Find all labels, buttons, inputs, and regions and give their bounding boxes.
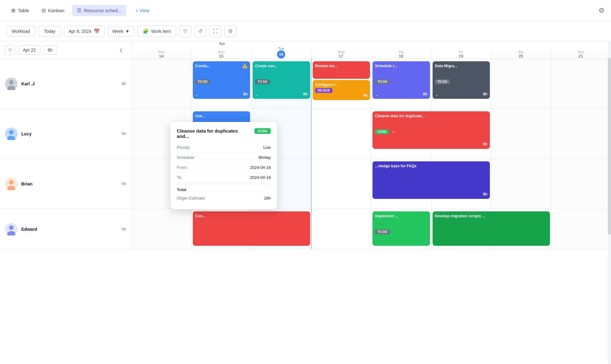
priority-label: Priority: bbox=[177, 145, 191, 150]
header-hours-badge: 8h bbox=[44, 45, 57, 55]
calendar-icon: 📅 bbox=[94, 28, 100, 34]
timeline-col-sun21 bbox=[551, 59, 611, 109]
svg-point-1 bbox=[9, 80, 13, 84]
person-info-lucy: Lucy 0h bbox=[0, 109, 131, 159]
tooltip-priority-row: Priority: Low bbox=[177, 143, 271, 153]
task-card-con[interactable]: Con... bbox=[193, 211, 310, 246]
timeline-col-sun21 bbox=[551, 209, 611, 249]
expand-button[interactable]: ⛶ bbox=[209, 25, 221, 37]
tab-kanban[interactable]: ⊟ Kanban bbox=[37, 5, 69, 16]
task-card-create-use[interactable]: Create use... TO DO ⌄ 8h bbox=[253, 61, 310, 99]
tab-table[interactable]: ⊞ Table bbox=[6, 5, 34, 16]
schedule-value: 8h/day bbox=[259, 155, 271, 160]
person-hours-edward: 0h bbox=[122, 227, 126, 231]
header-left-panel: ▽ Apr 22 8h ❮ bbox=[0, 41, 131, 58]
svg-point-4 bbox=[9, 130, 13, 134]
from-label: From: bbox=[177, 165, 187, 170]
chevron-down-icon: ⌄ bbox=[255, 93, 258, 97]
day-col-tue16: Tue 16 bbox=[251, 47, 311, 60]
task-hours: 8h bbox=[483, 92, 487, 96]
timeline-col-sat20 bbox=[491, 59, 551, 109]
task-title: Develop migration scripts ... bbox=[435, 214, 547, 218]
sliders-icon: ⚙ bbox=[228, 28, 233, 34]
header-filter-button[interactable]: ▽ bbox=[5, 45, 15, 55]
scrollbar-thumb[interactable] bbox=[608, 58, 611, 235]
task-card-review-exi[interactable]: Review exi... bbox=[313, 61, 370, 79]
workload-button[interactable]: Workload bbox=[6, 26, 35, 37]
avatar-karl bbox=[5, 78, 18, 90]
from-value: 2024-04-18 bbox=[250, 165, 271, 170]
chevron-down-icon: ⌄ bbox=[195, 93, 198, 97]
month-label: Apr bbox=[131, 40, 611, 47]
refresh-button[interactable]: ↺ bbox=[194, 25, 206, 37]
tooltip-popup: Cleanse data for duplicates and... DONE … bbox=[171, 122, 277, 209]
table-icon: ⊞ bbox=[11, 8, 15, 13]
toolbar: Workload Today Apr 8, 2024 📅 Week ▼ 🧩 Wo… bbox=[0, 21, 611, 41]
person-name-karl: Karl .J bbox=[21, 81, 118, 86]
day-col-fri19: Fri 19 bbox=[431, 50, 491, 60]
timeline-col-wed17 bbox=[311, 109, 372, 159]
task-card-develop-migration[interactable]: Develop migration scripts ... bbox=[433, 211, 550, 246]
chevron-down-icon[interactable]: ⌄ bbox=[392, 128, 396, 134]
work-item-button[interactable]: 🧩 Work item bbox=[137, 26, 176, 37]
task-title: Use... bbox=[195, 114, 248, 118]
task-title: Review exi... bbox=[315, 64, 368, 68]
tab-resource[interactable]: ☰ Resource sched... bbox=[72, 5, 127, 16]
tooltip-from-row: From: 2024-04-18 bbox=[177, 163, 271, 173]
filter-icon: ▽ bbox=[8, 48, 12, 53]
person-row-lucy: Lucy 0h Use... DO ⌄ bbox=[0, 109, 611, 159]
date-picker[interactable]: Apr 8, 2024 📅 bbox=[64, 26, 104, 37]
task-title: Condu... bbox=[195, 64, 248, 68]
task-card-cleanse[interactable]: Cleanse data for duplicate... DONE ⌄ 8h bbox=[372, 111, 490, 149]
person-info-karl: Karl .J 8h bbox=[0, 59, 131, 109]
timeline-col-sun21 bbox=[551, 109, 611, 159]
today-button[interactable]: Today bbox=[39, 26, 61, 37]
add-view-label: + View bbox=[135, 8, 149, 13]
task-card-schedule[interactable]: Schedule r... TO DO ⌄ 8h bbox=[372, 61, 430, 99]
to-value: 2024-04-19 bbox=[250, 175, 271, 180]
origin-estimate-label: Origin Estimate: bbox=[177, 196, 206, 200]
resource-icon: ☰ bbox=[77, 8, 81, 13]
schedule-label: Schedule: bbox=[177, 155, 195, 160]
date-label: Apr 8, 2024 bbox=[69, 29, 91, 34]
settings-icon[interactable]: ⚙ bbox=[598, 7, 605, 15]
workitem-icon: 🧩 bbox=[143, 28, 149, 34]
task-title: Data Migra... bbox=[435, 64, 488, 68]
day-col-sun14: Sun 14 bbox=[131, 50, 192, 60]
adjust-button[interactable]: ⚙ bbox=[224, 25, 236, 37]
person-name-edward: Edward bbox=[21, 227, 118, 232]
avatar-brian bbox=[5, 178, 18, 190]
chevron-down-icon: ▼ bbox=[125, 29, 130, 34]
kanban-icon: ⊟ bbox=[42, 8, 46, 13]
person-hours-lucy: 0h bbox=[122, 131, 126, 136]
expand-icon: ⛶ bbox=[213, 28, 218, 34]
task-card-knowledge-base[interactable]: ...vledge base for FAQs 8h bbox=[372, 161, 490, 199]
tooltip-title: Cleanse data for duplicates and... bbox=[177, 128, 251, 139]
tab-table-label: Table bbox=[18, 8, 29, 13]
avatar-edward bbox=[5, 223, 18, 235]
timeline-edward: Con... Implement ... TO DO Develop migra… bbox=[131, 209, 611, 249]
filter-icon: ▽ bbox=[183, 28, 187, 34]
task-card-data-migra[interactable]: Data Migra... TO DO ⌄ 8h bbox=[433, 61, 490, 99]
task-card-configure[interactable]: Configure l... REVIEW 4h bbox=[313, 80, 370, 100]
tooltip-origin-estimate-row: Origin Estimate: 16h bbox=[177, 193, 271, 203]
add-view-button[interactable]: + View bbox=[130, 5, 154, 16]
content-area: Karl .J 8h Condu... ⚠️ TO DO bbox=[0, 59, 611, 364]
person-hours-karl: 8h bbox=[122, 81, 126, 86]
refresh-icon: ↺ bbox=[198, 28, 202, 34]
tooltip-total-label: Total bbox=[177, 184, 271, 193]
avatar-lucy bbox=[5, 128, 18, 140]
timeline-col-sun21 bbox=[551, 159, 611, 209]
task-hours: 8h bbox=[303, 92, 307, 96]
week-selector[interactable]: Week ▼ bbox=[108, 26, 134, 37]
task-card-condu[interactable]: Condu... ⚠️ TO DO ⌄ 8h bbox=[193, 61, 250, 99]
timeline-col-sun14 bbox=[131, 209, 192, 249]
collapse-button[interactable]: ❮ bbox=[116, 45, 126, 55]
chevron-down-icon: ⌄ bbox=[375, 93, 378, 97]
timeline-col-sat20 bbox=[491, 159, 551, 209]
task-title: Cleanse data for duplicate... bbox=[375, 114, 487, 118]
task-hours: 8h bbox=[423, 92, 427, 96]
scrollbar-track[interactable] bbox=[608, 41, 611, 364]
task-card-implement[interactable]: Implement ... TO DO bbox=[372, 211, 430, 246]
filter-button[interactable]: ▽ bbox=[179, 25, 191, 37]
